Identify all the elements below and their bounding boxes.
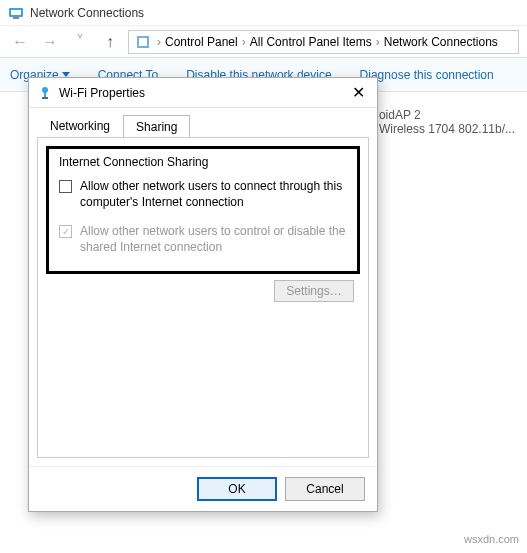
dialog-button-row: OK Cancel bbox=[29, 466, 377, 511]
allow-connect-checkbox-row[interactable]: Allow other network users to connect thr… bbox=[59, 179, 347, 210]
back-arrow-icon[interactable]: ← bbox=[8, 30, 32, 54]
connection-adapter: Wireless 1704 802.11b/... bbox=[379, 122, 515, 136]
ics-group: Internet Connection Sharing Allow other … bbox=[46, 146, 360, 274]
svg-rect-7 bbox=[42, 97, 48, 99]
checkbox-icon: ✓ bbox=[59, 225, 72, 238]
breadcrumb-item[interactable]: Control Panel bbox=[163, 35, 240, 49]
recent-dropdown-icon[interactable]: ˅ bbox=[68, 30, 92, 54]
forward-arrow-icon[interactable]: → bbox=[38, 30, 62, 54]
watermark: wsxdn.com bbox=[464, 533, 519, 545]
checkbox-label: Allow other network users to connect thr… bbox=[80, 179, 347, 210]
checkbox-icon[interactable] bbox=[59, 180, 72, 193]
control-panel-icon bbox=[135, 34, 151, 50]
connection-item[interactable]: oidAP 2 Wireless 1704 802.11b/... bbox=[379, 108, 515, 136]
window-titlebar: Network Connections bbox=[0, 0, 527, 26]
up-arrow-icon[interactable]: ↑ bbox=[98, 30, 122, 54]
settings-button: Settings… bbox=[274, 280, 354, 302]
group-label: Internet Connection Sharing bbox=[59, 155, 347, 169]
chevron-right-icon: › bbox=[242, 35, 246, 49]
window-title: Network Connections bbox=[30, 6, 144, 20]
breadcrumb-item[interactable]: Network Connections bbox=[382, 35, 500, 49]
breadcrumb[interactable]: › Control Panel › All Control Panel Item… bbox=[128, 30, 519, 54]
diagnose-button[interactable]: Diagnose this connection bbox=[360, 68, 494, 82]
checkbox-label: Allow other network users to control or … bbox=[80, 224, 347, 255]
checkmark-icon: ✓ bbox=[62, 227, 70, 237]
tab-strip: Networking Sharing bbox=[29, 108, 377, 137]
chevron-right-icon: › bbox=[376, 35, 380, 49]
cancel-button[interactable]: Cancel bbox=[285, 477, 365, 501]
wifi-properties-icon bbox=[37, 85, 53, 101]
wifi-properties-dialog: Wi-Fi Properties ✕ Networking Sharing In… bbox=[28, 77, 378, 512]
nav-row: ← → ˅ ↑ › Control Panel › All Control Pa… bbox=[0, 26, 527, 58]
svg-rect-2 bbox=[13, 17, 19, 19]
svg-rect-4 bbox=[139, 38, 147, 46]
svg-rect-1 bbox=[11, 10, 21, 15]
tab-networking[interactable]: Networking bbox=[37, 114, 123, 137]
connection-name: oidAP 2 bbox=[379, 108, 515, 122]
close-icon[interactable]: ✕ bbox=[348, 83, 369, 102]
dialog-titlebar: Wi-Fi Properties ✕ bbox=[29, 78, 377, 108]
chevron-right-icon: › bbox=[157, 35, 161, 49]
network-connections-icon bbox=[8, 5, 24, 21]
dialog-title: Wi-Fi Properties bbox=[59, 86, 348, 100]
ok-button[interactable]: OK bbox=[197, 477, 277, 501]
svg-rect-6 bbox=[44, 90, 46, 97]
tab-panel: Internet Connection Sharing Allow other … bbox=[37, 137, 369, 458]
breadcrumb-item[interactable]: All Control Panel Items bbox=[248, 35, 374, 49]
tab-sharing[interactable]: Sharing bbox=[123, 115, 190, 138]
allow-control-checkbox-row: ✓ Allow other network users to control o… bbox=[59, 224, 347, 255]
